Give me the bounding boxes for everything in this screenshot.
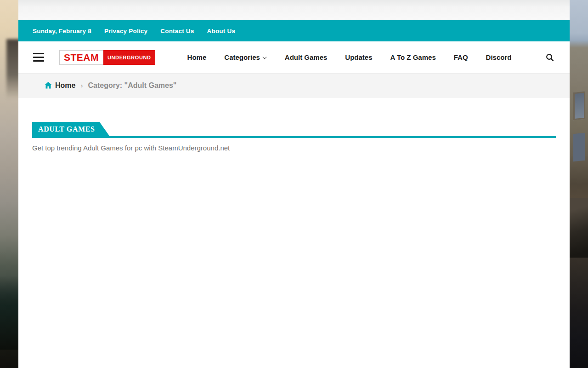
category-title-badge: ADULT GAMES bbox=[32, 122, 110, 136]
nav-item-home[interactable]: Home bbox=[187, 53, 207, 61]
breadcrumb-home-label: Home bbox=[55, 81, 75, 90]
nav-item-a-to-z-games[interactable]: A To Z Games bbox=[390, 53, 436, 61]
category-title-underline bbox=[32, 136, 556, 138]
logo-steam-text: STEAM bbox=[59, 50, 103, 65]
topbar: Sunday, February 8 Privacy Policy Contac… bbox=[18, 20, 570, 41]
nav-item-categories[interactable]: Categories bbox=[224, 53, 267, 61]
nav-item-updates[interactable]: Updates bbox=[345, 53, 372, 61]
date-text: Sunday, February 8 bbox=[33, 28, 91, 34]
page-container: Sunday, February 8 Privacy Policy Contac… bbox=[18, 0, 570, 368]
logo-underground-text: UNDERGROUND bbox=[103, 50, 155, 65]
top-margin-area bbox=[18, 0, 570, 20]
main-header: STEAM UNDERGROUND Home Categories Adult … bbox=[18, 41, 570, 74]
topbar-link-privacy-policy[interactable]: Privacy Policy bbox=[104, 28, 147, 34]
category-description: Get top trending Adult Games for pc with… bbox=[32, 144, 556, 152]
breadcrumb-home-link[interactable]: Home bbox=[45, 81, 75, 90]
breadcrumb-current-page: Category: "Adult Games" bbox=[88, 81, 176, 90]
nav-item-discord[interactable]: Discord bbox=[486, 53, 512, 61]
home-icon bbox=[45, 82, 52, 89]
main-nav: Home Categories Adult Games Updates A To… bbox=[187, 53, 512, 61]
site-logo[interactable]: STEAM UNDERGROUND bbox=[59, 50, 155, 65]
category-section-header: ADULT GAMES bbox=[32, 122, 556, 138]
chevron-down-icon bbox=[263, 54, 267, 58]
breadcrumb-separator: › bbox=[80, 81, 83, 89]
nav-item-faq[interactable]: FAQ bbox=[454, 53, 468, 61]
breadcrumb: Home › Category: "Adult Games" bbox=[18, 74, 570, 98]
hamburger-menu-icon[interactable] bbox=[33, 53, 44, 62]
background-art-right bbox=[570, 0, 588, 368]
nav-item-categories-label: Categories bbox=[224, 53, 260, 61]
main-content: ADULT GAMES Get top trending Adult Games… bbox=[18, 98, 570, 368]
background-art-left bbox=[0, 0, 18, 368]
search-icon[interactable] bbox=[544, 52, 556, 63]
nav-item-adult-games[interactable]: Adult Games bbox=[285, 53, 328, 61]
topbar-link-about-us[interactable]: About Us bbox=[207, 28, 236, 34]
topbar-link-contact-us[interactable]: Contact Us bbox=[160, 28, 194, 34]
